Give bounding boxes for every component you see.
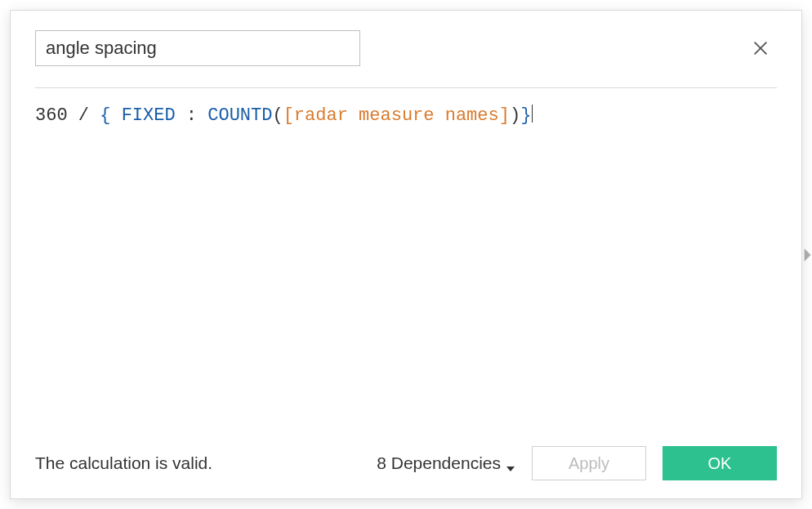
- validation-status: The calculation is valid.: [35, 453, 212, 473]
- svg-marker-2: [805, 248, 811, 261]
- dependencies-label: 8 Dependencies: [377, 453, 501, 473]
- formula-token: }: [520, 105, 531, 126]
- formula-token: (: [272, 105, 283, 126]
- dialog-footer: The calculation is valid. 8 Dependencies…: [35, 446, 777, 480]
- dependencies-dropdown[interactable]: 8 Dependencies: [377, 453, 515, 473]
- formula-token: COUNTD: [207, 105, 272, 126]
- formula-token: ): [510, 105, 520, 126]
- dialog-header: [35, 30, 777, 66]
- chevron-down-icon: [506, 458, 515, 468]
- close-button[interactable]: [744, 32, 777, 65]
- text-cursor: [532, 105, 533, 123]
- chevron-right-icon: [802, 248, 812, 262]
- field-name-input[interactable]: [35, 30, 360, 66]
- expand-functions-button[interactable]: [801, 243, 812, 267]
- svg-marker-3: [506, 467, 515, 471]
- formula-token: {: [100, 105, 121, 126]
- formula-editor[interactable]: 360 / { FIXED : COUNTD([radar measure na…: [35, 103, 777, 413]
- formula-token: :: [186, 105, 207, 126]
- apply-button[interactable]: Apply: [532, 446, 646, 480]
- formula-token: 360 /: [35, 105, 100, 126]
- header-divider: [35, 87, 777, 88]
- ok-button[interactable]: OK: [663, 446, 777, 480]
- formula-token: [radar measure names]: [283, 105, 510, 126]
- calculated-field-dialog: 360 / { FIXED : COUNTD([radar measure na…: [10, 10, 802, 499]
- close-icon: [752, 39, 770, 57]
- formula-token: FIXED: [122, 105, 186, 126]
